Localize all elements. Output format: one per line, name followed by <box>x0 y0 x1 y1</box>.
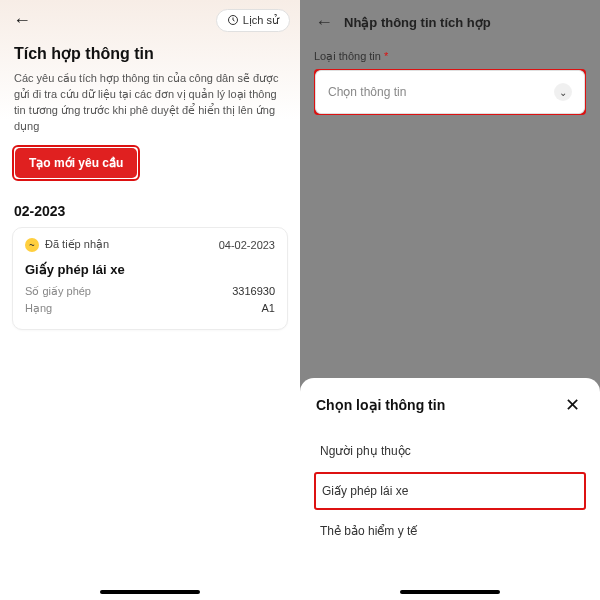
option-drivers-license[interactable]: Giấy phép lái xe <box>314 472 586 510</box>
required-asterisk: * <box>384 50 388 62</box>
row-label: Số giấy phép <box>25 285 91 298</box>
header: ← Lịch sử <box>0 0 300 40</box>
card-row: Số giấy phép 3316930 <box>25 285 275 298</box>
page-description: Các yêu cầu tích hợp thông tin của công … <box>0 71 300 145</box>
select-placeholder: Chọn thông tin <box>328 85 406 99</box>
home-indicator <box>100 590 200 594</box>
page-title: Nhập thông tin tích hợp <box>344 15 491 30</box>
history-label: Lịch sử <box>243 14 279 27</box>
field-label: Loại thông tin * <box>314 50 586 63</box>
highlight-box: Tạo mới yêu cầu <box>12 145 140 181</box>
create-request-button[interactable]: Tạo mới yêu cầu <box>15 148 137 178</box>
header: ← Nhập thông tin tích hợp <box>300 0 600 44</box>
sheet-header: Chọn loại thông tin ✕ <box>316 392 584 418</box>
screen-integration-list: ← Lịch sử Tích hợp thông tin Các yêu cầu… <box>0 0 300 600</box>
request-card[interactable]: ~ Đã tiếp nhận 04-02-2023 Giấy phép lái … <box>12 227 288 330</box>
row-value: A1 <box>262 302 275 315</box>
page-title: Tích hợp thông tin <box>0 40 300 71</box>
arrow-left-icon: ← <box>13 10 31 31</box>
option-health-insurance[interactable]: Thẻ bảo hiểm y tế <box>316 512 584 550</box>
chevron-down-icon: ⌄ <box>554 83 572 101</box>
highlight-box: Chọn thông tin ⌄ <box>314 69 586 115</box>
card-date: 04-02-2023 <box>219 239 275 251</box>
bottom-sheet: Chọn loại thông tin ✕ Người phụ thuộc Gi… <box>300 378 600 600</box>
history-button[interactable]: Lịch sử <box>216 9 290 32</box>
field-info-type: Loại thông tin * Chọn thông tin ⌄ <box>300 44 600 121</box>
back-button[interactable]: ← <box>10 8 34 32</box>
arrow-left-icon: ← <box>315 12 333 33</box>
card-status-row: ~ Đã tiếp nhận 04-02-2023 <box>25 238 275 252</box>
close-button[interactable]: ✕ <box>561 392 584 418</box>
info-type-select[interactable]: Chọn thông tin ⌄ <box>315 70 585 114</box>
status-pending-icon: ~ <box>25 238 39 252</box>
screen-integration-form: ← Nhập thông tin tích hợp Loại thông tin… <box>300 0 600 600</box>
month-group-label: 02-2023 <box>0 181 300 227</box>
row-value: 3316930 <box>232 285 275 298</box>
card-row: Hạng A1 <box>25 302 275 315</box>
label-text: Loại thông tin <box>314 50 381 62</box>
home-indicator <box>400 590 500 594</box>
row-label: Hạng <box>25 302 52 315</box>
clock-icon <box>227 14 239 26</box>
back-button[interactable]: ← <box>312 10 336 34</box>
sheet-title: Chọn loại thông tin <box>316 397 445 413</box>
option-dependent[interactable]: Người phụ thuộc <box>316 432 584 470</box>
status-text: Đã tiếp nhận <box>45 238 109 251</box>
close-icon: ✕ <box>565 395 580 415</box>
card-title: Giấy phép lái xe <box>25 262 275 277</box>
